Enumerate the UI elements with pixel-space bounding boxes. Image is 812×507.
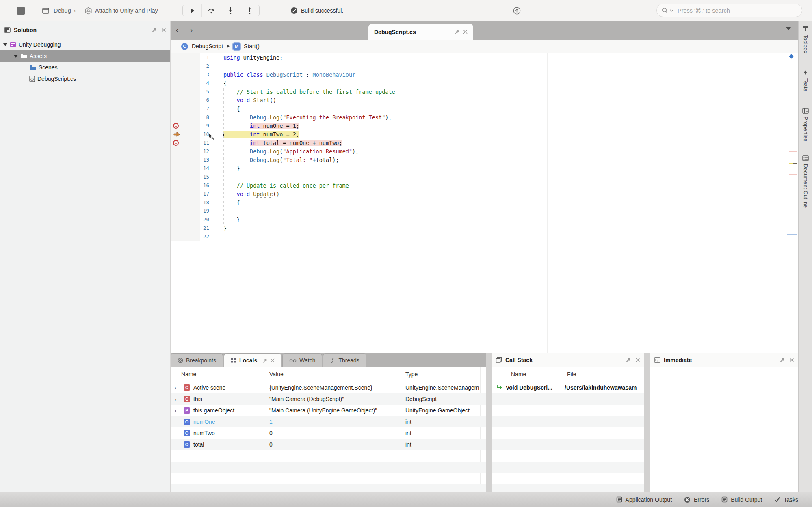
code-line-2[interactable]: 2: [171, 62, 798, 70]
step-out-button[interactable]: [240, 4, 259, 17]
expand-chevron-icon[interactable]: ›: [175, 408, 176, 414]
pin-icon[interactable]: [454, 29, 460, 35]
code-line-8[interactable]: 8 Debug.Log("Executing the Breakpoint Te…: [171, 113, 798, 121]
breadcrumb-class[interactable]: DebugScript: [192, 43, 223, 50]
search-box[interactable]: [656, 4, 802, 17]
code-line-15[interactable]: 15: [171, 173, 798, 181]
expander-icon[interactable]: [3, 43, 7, 46]
gutter[interactable]: [171, 113, 200, 121]
tool-tab-toolbox[interactable]: Toolbox: [799, 25, 812, 54]
tool-tab-properties[interactable]: Properties: [799, 108, 812, 142]
tab-threads[interactable]: Threads: [323, 353, 366, 367]
nav-back-icon[interactable]: ‹: [176, 26, 178, 34]
marker-current-line[interactable]: [789, 163, 793, 164]
close-icon[interactable]: [789, 358, 794, 362]
gutter[interactable]: [171, 164, 200, 173]
gutter[interactable]: [171, 224, 200, 232]
sidebar-item-unity-debugging[interactable]: Unity Debugging: [0, 39, 170, 50]
column-divider[interactable]: [564, 367, 564, 382]
expander-icon[interactable]: [14, 55, 18, 58]
close-icon[interactable]: [161, 28, 166, 32]
code-line-14[interactable]: 14 }: [171, 164, 798, 173]
nav-forward-icon[interactable]: ›: [190, 26, 193, 34]
code-line-4[interactable]: 4{: [171, 79, 798, 87]
breadcrumb-member[interactable]: Start(): [244, 43, 260, 50]
code-line-19[interactable]: 19: [171, 207, 798, 215]
gutter[interactable]: [171, 207, 200, 215]
editor-tab-debugscript[interactable]: DebugScript.cs: [368, 24, 473, 40]
status-item-errors[interactable]: Errors: [684, 496, 709, 503]
panel-splitter[interactable]: [486, 353, 492, 492]
code-line-9[interactable]: 9 int numOne = 1;: [171, 121, 798, 130]
code-line-12[interactable]: 12 Debug.Log("Application Resumed");: [171, 147, 798, 155]
locals-row-this[interactable]: ›Cthis"Main Camera (DebugScript)"DebugSc…: [171, 393, 486, 405]
gutter[interactable]: [171, 121, 200, 130]
locals-row-this-gameObject[interactable]: ›Pthis.gameObject"Main Camera (UnityEngi…: [171, 405, 486, 416]
locals-row-numOne[interactable]: OnumOne1int: [171, 416, 486, 427]
code-editor[interactable]: 1using UnityEngine;23public class DebugS…: [171, 53, 798, 353]
run-config-selector[interactable]: Debug ›: [54, 0, 76, 21]
gutter[interactable]: [171, 70, 200, 79]
close-icon[interactable]: [271, 358, 275, 362]
gutter[interactable]: [171, 62, 200, 70]
close-icon[interactable]: [635, 358, 640, 362]
status-item-tasks[interactable]: Tasks: [774, 496, 798, 503]
gutter[interactable]: [171, 173, 200, 181]
resize-grip-icon[interactable]: [805, 500, 811, 506]
tab-list-dropdown-icon[interactable]: [786, 27, 791, 30]
gutter[interactable]: [171, 147, 200, 155]
immediate-input-area[interactable]: [650, 367, 798, 492]
gutter[interactable]: [171, 130, 200, 138]
gutter[interactable]: [171, 53, 200, 62]
breakpoint-icon[interactable]: [173, 140, 179, 146]
code-line-1[interactable]: 1using UnityEngine;: [171, 53, 798, 62]
breakpoint-icon[interactable]: [173, 123, 179, 129]
status-item-build-output[interactable]: Build Output: [721, 496, 762, 503]
gutter[interactable]: [171, 232, 200, 241]
code-line-11[interactable]: 11 int total = numOne + numTwo;: [171, 138, 798, 147]
code-line-13[interactable]: 13 Debug.Log("Total: "+total);: [171, 155, 798, 164]
pin-icon[interactable]: [152, 27, 157, 33]
gutter[interactable]: [171, 104, 200, 113]
code-line-5[interactable]: 5 // Start is called before the first fr…: [171, 87, 798, 96]
expand-chevron-icon[interactable]: ›: [175, 385, 176, 391]
tab-watch[interactable]: Watch: [282, 353, 322, 367]
gutter[interactable]: [171, 87, 200, 96]
code-analysis-indicator-icon[interactable]: [788, 53, 795, 60]
marker-breakpoint[interactable]: [789, 174, 797, 175]
code-line-6[interactable]: 6 void Start(): [171, 96, 798, 104]
gutter[interactable]: [171, 181, 200, 190]
code-line-10[interactable]: 10 int numTwo = 2;: [171, 130, 798, 138]
gutter[interactable]: [171, 215, 200, 224]
gutter[interactable]: [171, 96, 200, 104]
tab-locals[interactable]: Locals: [224, 353, 281, 367]
call-stack-frame[interactable]: Void DebugScri.../Users/lakinduhewawasam: [492, 382, 644, 393]
locals-row-Active-scene[interactable]: ›CActive scene{UnityEngine.SceneManageme…: [171, 382, 486, 393]
locals-row-numTwo[interactable]: OnumTwo0int: [171, 427, 486, 439]
code-line-21[interactable]: 21}: [171, 224, 798, 232]
status-item-application-output[interactable]: Application Output: [616, 496, 672, 503]
panel-splitter[interactable]: [644, 353, 650, 492]
code-line-17[interactable]: 17 void Update(): [171, 190, 798, 198]
gutter[interactable]: [171, 198, 200, 207]
sidebar-item-debugscript-cs[interactable]: {}DebugScript.cs: [0, 73, 170, 84]
gutter[interactable]: [171, 138, 200, 147]
resume-button[interactable]: [183, 4, 202, 17]
gutter[interactable]: [171, 155, 200, 164]
step-into-button[interactable]: [221, 4, 240, 17]
marker-info[interactable]: [787, 234, 797, 235]
gutter[interactable]: [171, 79, 200, 87]
code-line-16[interactable]: 16 // Update is called once per frame: [171, 181, 798, 190]
sidebar-item-scenes[interactable]: Scenes: [0, 62, 170, 73]
code-line-18[interactable]: 18 {: [171, 198, 798, 207]
update-icon[interactable]: [513, 7, 521, 15]
sidebar-item-assets[interactable]: Assets: [0, 50, 170, 62]
code-line-7[interactable]: 7 {: [171, 104, 798, 113]
marker-caret[interactable]: [793, 163, 797, 164]
pin-icon[interactable]: [626, 357, 631, 363]
stop-button[interactable]: [17, 7, 25, 15]
close-icon[interactable]: [463, 30, 468, 34]
tool-tab-tests[interactable]: Tests: [799, 69, 812, 91]
pin-icon[interactable]: [780, 357, 785, 363]
marker-breakpoint[interactable]: [789, 151, 797, 152]
